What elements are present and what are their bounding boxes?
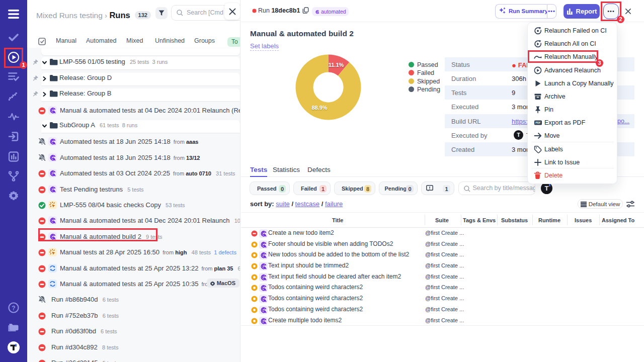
svg-text:PDF: PDF bbox=[535, 122, 540, 125]
svg-text:11.1%: 11.1% bbox=[329, 62, 344, 68]
svg-text:?: ? bbox=[12, 305, 15, 312]
svg-text:88.9%: 88.9% bbox=[311, 105, 327, 111]
